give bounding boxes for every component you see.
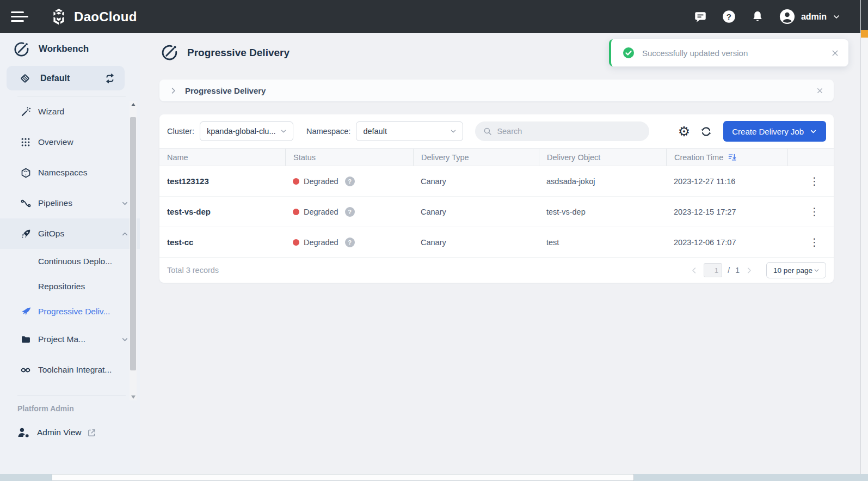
table-row[interactable]: test-vs-dep Degraded ? Canary test-vs-de… [159,197,834,227]
horizontal-scrollbar[interactable] [0,474,868,481]
table-header-row: Name Status Delivery Type Delivery Objec… [159,148,834,166]
menu-toggle-button[interactable] [11,9,29,25]
sidebar-scrollbar[interactable] [130,101,137,400]
sidebar-item-pipelines[interactable]: Pipelines [0,188,140,218]
sidebar-item-label: Admin View [37,428,82,437]
job-name[interactable]: test-cc [159,227,285,257]
page-size-select[interactable]: 10 per page [766,262,826,278]
sidebar-item-overview[interactable]: Overview [0,127,140,157]
svg-text:?: ? [727,12,731,21]
previous-page-button[interactable] [690,266,698,275]
scroll-down-arrow[interactable] [130,393,137,400]
next-page-button[interactable] [745,266,753,275]
column-header-delivery-type[interactable]: Delivery Type [413,149,539,166]
status-help-icon[interactable]: ? [345,176,355,186]
scroll-up-arrow[interactable] [130,101,137,108]
cluster-select[interactable]: kpanda-global-clu... [200,121,293,141]
wand-icon [20,106,32,118]
window-edge-orange-block [861,30,868,38]
chevron-down-icon [813,267,820,274]
page-size-value: 10 per page [773,266,812,275]
sidebar-item-label: Progressive Deliv... [38,307,110,316]
page-number-input[interactable] [704,263,722,277]
chevron-right-icon[interactable] [169,87,177,95]
creation-time: 2023-12-15 17:27 [666,197,787,227]
sidebar-workbench-header: Workbench [0,33,140,65]
status-dot-degraded [293,209,299,215]
avatar [779,8,796,25]
chevron-down-icon [809,127,817,136]
help-button[interactable]: ? [722,9,736,24]
sidebar-item-gitops[interactable]: GitOps [0,218,140,249]
total-pages: 1 [735,266,740,275]
status-label: Degraded [304,177,338,186]
status-help-icon[interactable]: ? [345,238,355,247]
delivery-type: Canary [413,166,539,196]
swap-icon [104,72,116,84]
sidebar-item-label: Wizard [38,107,64,117]
refresh-button[interactable] [700,125,712,138]
sidebar-item-label: Project Ma... [38,334,85,344]
sidebar-item-wizard[interactable]: Wizard [0,96,140,127]
column-header-actions [787,149,834,166]
job-name[interactable]: test-vs-dep [159,197,285,227]
row-actions-button[interactable]: ⋮ [809,206,820,217]
username: admin [801,12,827,22]
cube-icon [20,167,32,179]
notifications-button[interactable] [750,10,765,24]
window-right-edge [860,0,868,481]
settings-button[interactable]: ⚙ [678,125,690,138]
chat-button[interactable] [693,10,707,24]
column-header-delivery-object[interactable]: Delivery Object [539,149,666,166]
column-header-label: Creation Time [674,153,723,162]
column-header-creation-time[interactable]: Creation Time [666,149,787,166]
breadcrumb: Progressive Delivery [159,80,834,101]
create-delivery-job-button[interactable]: Create Delivery Job [723,121,826,142]
sidebar-scrollbar-thumb[interactable] [130,117,136,370]
column-header-status[interactable]: Status [285,149,413,166]
top-navbar: DaoCloud ? [0,0,860,33]
workspace-selector[interactable]: Default [7,66,125,90]
pipeline-icon [20,198,32,209]
switch-workspace-button[interactable] [104,72,116,84]
sidebar-item-progressive-delivery[interactable]: Progressive Deliv... [0,299,140,324]
sidebar-item-repositories[interactable]: Repositories [0,274,140,299]
breadcrumb-close-button[interactable] [816,87,824,95]
window-edge-dark-block [861,0,868,30]
sidebar-item-toolchain-integration[interactable]: Toolchain Integrat... [0,355,140,385]
sidebar-item-continuous-deployment[interactable]: Continuous Deplo... [0,249,140,274]
sidebar-item-namespaces[interactable]: Namespaces [0,157,140,188]
infinity-icon [20,364,32,376]
progressive-delivery-icon [161,44,178,62]
job-name[interactable]: test123123 [159,166,285,196]
column-header-name[interactable]: Name [159,149,285,166]
breadcrumb-label: Progressive Delivery [185,86,266,95]
search-icon [483,126,493,136]
toast-close-button[interactable] [830,48,840,58]
caret-down-icon [832,13,841,21]
table-row[interactable]: test123123 Degraded ? Canary asdsada-jok… [159,166,834,197]
namespace-select[interactable]: default [356,121,463,141]
user-menu[interactable]: admin [779,8,841,25]
workbench-icon [13,41,30,58]
namespace-select-value: default [363,127,387,136]
pagination: / 1 10 per page [690,262,826,278]
horizontal-scrollbar-thumb[interactable] [52,474,634,481]
sort-descending-icon[interactable] [728,153,737,162]
sidebar-item-project-management[interactable]: Project Ma... [0,324,140,355]
creation-time: 2023-12-27 11:16 [666,166,787,196]
delivery-object: test [539,227,666,257]
rocket-icon [20,228,32,240]
admin-user-icon [16,426,30,440]
brand-name: DaoCloud [74,9,137,25]
sidebar-item-admin-view[interactable]: Admin View [0,418,140,447]
search-input[interactable] [497,127,633,136]
search-box [475,121,649,141]
row-actions-button[interactable]: ⋮ [809,176,820,186]
sidebar-item-label: Toolchain Integrat... [38,365,112,375]
status-help-icon[interactable]: ? [345,207,355,217]
sidebar-divider [17,395,126,395]
table-row[interactable]: test-cc Degraded ? Canary test 2023-12-0… [159,227,834,258]
creation-time: 2023-12-06 17:07 [666,227,787,257]
row-actions-button[interactable]: ⋮ [809,237,820,247]
